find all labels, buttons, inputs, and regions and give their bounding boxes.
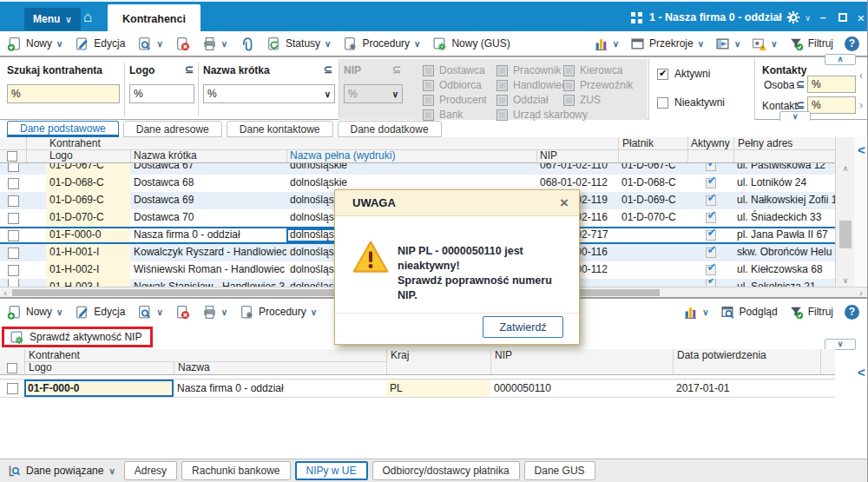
tab-dane-adresowe[interactable]: Dane adresowe xyxy=(123,121,222,137)
print-button[interactable]: ∨ xyxy=(202,305,227,320)
attachments-button[interactable] xyxy=(240,36,254,51)
window-tab-kontrahenci[interactable]: Kontrahenci xyxy=(108,4,201,33)
procedures-button[interactable]: Procedury∨ xyxy=(240,305,317,320)
person-filter-input[interactable] xyxy=(807,76,856,93)
new-button[interactable]: Nowy∨ xyxy=(7,305,62,320)
column-group-kontrahent[interactable]: Kontrahent xyxy=(29,349,80,361)
column-nazwa-pelna[interactable]: Nazwa pełna (wydruki) xyxy=(290,149,395,162)
tab-odbiorcy-dostawcy-platnika[interactable]: Odbiorcy/dostawcy płatnika xyxy=(372,461,520,480)
tab-dane-podstawowe[interactable]: Dane podstawowe xyxy=(7,121,119,137)
row-checkbox[interactable] xyxy=(7,383,18,394)
column-data-potwierdzenia[interactable]: Data potwierdzenia xyxy=(677,349,766,361)
column-nip[interactable]: NIP xyxy=(495,349,512,361)
column-logo[interactable]: Logo xyxy=(29,361,52,373)
confirm-button[interactable]: Zatwierdź xyxy=(483,316,563,338)
scroll-down-icon[interactable]: ∨ xyxy=(836,275,855,287)
search-contractor-label: Szukaj kontrahenta xyxy=(7,64,102,76)
chart-button[interactable]: ∨ xyxy=(683,305,708,320)
help-icon[interactable]: ? xyxy=(845,305,859,320)
tab-rachunki-bankowe[interactable]: Rachunki bankowe xyxy=(181,461,290,480)
view-button[interactable]: ∨ xyxy=(137,305,162,320)
przekroje-button[interactable]: Przekroje∨ xyxy=(630,36,704,51)
close-window-button[interactable]: × xyxy=(852,2,868,33)
filter-button[interactable]: Filtruj xyxy=(789,305,833,320)
column-nip[interactable]: NIP xyxy=(540,149,557,162)
upper-tab-bar: Dane podstawowe Dane adresowe Dane konta… xyxy=(0,121,868,137)
row-checkbox[interactable] xyxy=(8,265,19,276)
tab-nipy-w-ue[interactable]: NIPy w UE xyxy=(295,461,368,480)
column-aktywny[interactable]: Aktywny xyxy=(691,137,730,149)
chevron-down-icon[interactable]: ∨ xyxy=(805,13,811,23)
menu-button[interactable]: Menu ∨ xyxy=(24,8,81,30)
panel-expand-right-icon[interactable]: › xyxy=(859,99,863,111)
column-kraj[interactable]: Kraj xyxy=(391,349,409,361)
view-button[interactable]: ∨ xyxy=(137,36,162,51)
column-pelny-adres[interactable]: Pełny adres xyxy=(738,137,792,149)
layout-panel-button[interactable]: ∨ xyxy=(715,36,740,51)
column-nazwa-krotka[interactable]: Nazwa krótka xyxy=(134,149,197,162)
close-icon[interactable]: × xyxy=(560,195,569,210)
delete-button[interactable] xyxy=(175,36,190,51)
inactive-checkbox[interactable]: Nieaktywni xyxy=(657,96,725,109)
new-button[interactable]: Nowy∨ xyxy=(7,36,62,51)
tab-dane-kontaktowe[interactable]: Dane kontaktowe xyxy=(227,121,333,137)
row-checkbox[interactable] xyxy=(8,230,19,241)
collapse-filters-button[interactable]: ∧ xyxy=(825,54,856,65)
apps-grid-icon[interactable] xyxy=(631,12,642,23)
edit-button[interactable]: Edycja xyxy=(75,36,125,51)
select-all-checkbox[interactable] xyxy=(7,151,17,162)
company-selector[interactable]: 1 - Nasza firma 0 - oddział ∨ xyxy=(649,2,793,33)
new-gus-button[interactable]: Nowy (GUS) xyxy=(432,36,510,51)
vertical-scrollbar[interactable]: ∧ ∨ xyxy=(835,137,854,287)
column-nazwa[interactable]: Nazwa xyxy=(178,361,210,373)
delete-button[interactable] xyxy=(175,305,190,320)
help-icon[interactable]: ? xyxy=(845,36,859,51)
checkbox xyxy=(423,80,434,91)
row-checkbox[interactable] xyxy=(8,248,19,259)
collapse-panel-left-icon[interactable]: < xyxy=(858,365,865,380)
active-checkbox[interactable]: ✔ Aktywni xyxy=(657,68,710,80)
search-contractor-input[interactable] xyxy=(7,84,120,103)
column-logo[interactable]: Logo xyxy=(49,149,73,162)
minimize-button[interactable]: – xyxy=(814,2,832,33)
check-nip-activity-button[interactable]: Sprawdź aktywność NIP xyxy=(2,327,153,347)
procedures-button[interactable]: Procedury∨ xyxy=(343,36,420,51)
tab-dane-dodatkowe[interactable]: Dane dodatkowe xyxy=(338,121,442,137)
tab-adresy[interactable]: Adresy xyxy=(124,461,177,480)
print-button[interactable]: ∨ xyxy=(202,36,227,51)
dialog-header[interactable]: UWAGA × xyxy=(335,190,579,216)
row-checkbox[interactable] xyxy=(8,195,19,207)
checkbox-checked[interactable]: ✔ xyxy=(657,69,668,80)
select-all-checkbox[interactable] xyxy=(7,363,17,373)
row-checkbox[interactable] xyxy=(8,163,19,172)
role-checkbox-odbiorca: Odbiorca xyxy=(423,79,487,91)
maximize-button[interactable] xyxy=(834,2,852,33)
scroll-up-icon[interactable]: ∧ xyxy=(836,163,855,175)
dialog-footer: Zatwierdź xyxy=(335,313,579,344)
short-name-filter-combo[interactable]: % ∨ xyxy=(203,84,335,103)
row-checkbox[interactable] xyxy=(8,213,19,224)
column-group-kontrahent[interactable]: Kontrahent xyxy=(49,137,101,149)
row-checkbox[interactable] xyxy=(8,279,19,287)
column-platnik[interactable]: Płatnik xyxy=(622,137,654,149)
statuses-button[interactable]: Statusy∨ xyxy=(266,36,331,51)
home-icon[interactable]: ⌂ xyxy=(83,7,92,28)
collapse-panel-left-icon[interactable]: < xyxy=(858,142,865,157)
related-data-button[interactable]: Dane powiązane ∨ xyxy=(0,464,124,478)
checkbox[interactable] xyxy=(657,97,668,109)
panel-collapse-left-icon[interactable]: ‹ xyxy=(859,69,863,82)
scrollbar-thumb[interactable] xyxy=(839,221,852,248)
contact-filter-input[interactable] xyxy=(807,96,856,114)
logo-filter-input[interactable] xyxy=(129,84,194,103)
preview-button[interactable]: Podgląd xyxy=(720,305,778,320)
table-row[interactable]: 01-D-067-CDostawca 67 dolnośląskie067-01… xyxy=(0,163,835,175)
filter-panel: Szukaj kontrahenta Logo ⊆ Nazwa krótka ⊆… xyxy=(0,59,868,120)
edit-button[interactable]: Edycja xyxy=(75,305,125,320)
settings-gear-icon[interactable] xyxy=(786,10,801,25)
chart-button[interactable]: ∨ xyxy=(594,36,619,51)
tab-dane-gus[interactable]: Dane GUS xyxy=(524,461,595,480)
row-checkbox[interactable] xyxy=(8,178,19,189)
filter-button[interactable]: Filtruj xyxy=(789,36,833,51)
table-row-selected[interactable]: 01-F-000-0 Nasza firma 0 - oddział PL 00… xyxy=(0,380,835,398)
settings-warning-button[interactable]: ∨ xyxy=(752,36,777,51)
